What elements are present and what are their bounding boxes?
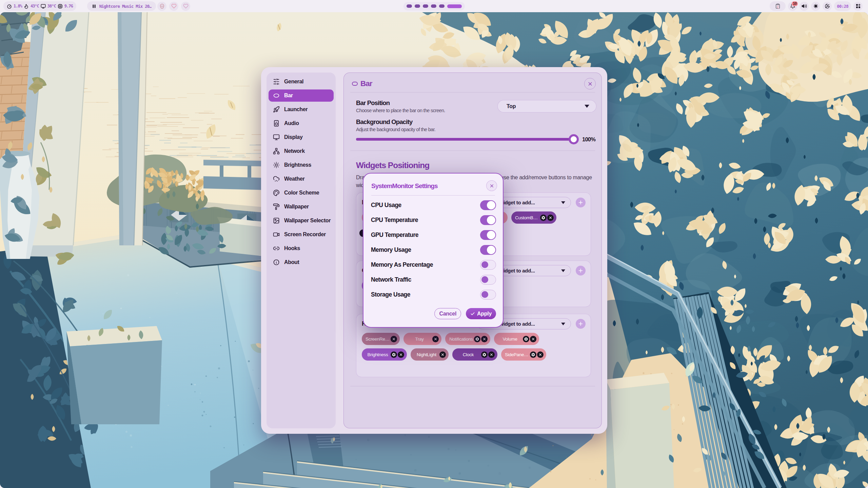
divider: [350, 150, 595, 151]
chip-remove-button[interactable]: [488, 351, 495, 358]
chip-settings-button[interactable]: [474, 336, 480, 342]
close-icon: [392, 337, 396, 341]
chip-remove-button[interactable]: [537, 351, 544, 358]
right-widgets-add-button[interactable]: [576, 319, 586, 329]
sidebar-item-launcher[interactable]: Launcher: [269, 103, 334, 116]
heart-icon: [183, 3, 189, 9]
display-icon: [273, 134, 280, 141]
apps-grid-icon: [855, 3, 861, 9]
panel-title: Bar: [360, 79, 372, 88]
gear-icon: [475, 337, 479, 341]
widget-chip-nightlight[interactable]: NightLight: [411, 348, 449, 361]
cpu-temp-stat: 43°C: [24, 4, 39, 9]
custom-button-heart-1[interactable]: [169, 2, 178, 11]
chip-remove-button[interactable]: [398, 351, 404, 358]
brightness-icon: [273, 162, 280, 168]
toggle-gpu-temperature[interactable]: [480, 230, 496, 240]
dialog-row-cpu-usage: CPU Usage: [371, 200, 496, 210]
chip-remove-button[interactable]: [432, 336, 439, 342]
custom-button-skull[interactable]: [157, 2, 166, 11]
volume-button[interactable]: [800, 2, 809, 11]
media-player-widget[interactable]: Nightcore Music Mix 20…: [87, 1, 156, 11]
chip-remove-button[interactable]: [481, 336, 488, 342]
apply-button[interactable]: Apply: [466, 308, 496, 319]
chip-remove-button[interactable]: [530, 336, 536, 342]
background-opacity-slider[interactable]: [356, 138, 573, 141]
widget-chip-brightness[interactable]: Brightness: [362, 348, 407, 361]
toggle-storage-usage[interactable]: [480, 290, 496, 300]
widget-chip-volume[interactable]: Volume: [494, 333, 539, 345]
sidebar-item-wallpaper-selector[interactable]: Wallpaper Selector: [269, 215, 334, 227]
panel-close-button[interactable]: [584, 78, 596, 89]
chip-settings-button[interactable]: [481, 351, 488, 358]
workspace-pill-2[interactable]: [415, 4, 420, 8]
gpu-temp-value: 38°C: [47, 4, 56, 8]
night-light-button[interactable]: [823, 2, 832, 11]
center-widgets-add-button[interactable]: [576, 266, 586, 276]
widget-chip-notifications[interactable]: Notifications: [445, 333, 490, 345]
system-stats-widget[interactable]: 1.8% 43°C 38°C 9.7G: [3, 1, 76, 11]
chip-remove-button[interactable]: [547, 215, 554, 221]
hooks-icon: [273, 245, 280, 252]
music-title: Nightcore Music Mix 20…: [99, 4, 152, 9]
sidebar-item-hooks[interactable]: Hooks: [269, 242, 334, 255]
chevron-down-icon: [561, 269, 565, 272]
check-icon: [470, 311, 475, 316]
left-widgets-add-button[interactable]: [576, 198, 586, 207]
clipboard-letter: C: [777, 5, 780, 9]
cpu-usage-value: 1.8%: [14, 4, 22, 8]
brightness-button[interactable]: [811, 2, 820, 11]
sidebar-item-brightness[interactable]: Brightness: [269, 159, 334, 171]
chip-settings-button[interactable]: [391, 351, 397, 358]
toggle-cpu-usage[interactable]: [480, 200, 496, 210]
sidebar-item-weather[interactable]: Weather: [269, 173, 334, 185]
sidebar-item-wallpaper[interactable]: Wallpaper: [269, 201, 334, 213]
notifications-button[interactable]: 10: [788, 2, 797, 11]
cancel-button[interactable]: Cancel: [434, 308, 461, 319]
chip-settings-button[interactable]: [540, 215, 547, 221]
workspace-pill-5[interactable]: [439, 4, 445, 8]
workspace-pill-4[interactable]: [431, 4, 436, 8]
background-opacity-description: Adjust the background opacity of the bar…: [356, 127, 435, 132]
custom-button-heart-2[interactable]: [181, 2, 190, 11]
right-widgets-chips-row2: Brightness NightLight Clock SidePanelTog…: [362, 348, 586, 361]
widget-chip-screenrecorder[interactable]: ScreenRecorder: [362, 333, 400, 345]
close-icon: [549, 216, 552, 220]
widget-chip-clock[interactable]: Clock: [452, 348, 497, 361]
widget-chip-tray[interactable]: Tray: [403, 333, 441, 345]
tray-clipboard-item[interactable]: C: [770, 1, 786, 11]
sidebar-item-color-scheme[interactable]: Color Scheme: [269, 187, 334, 199]
toggle-memory-as-percentage[interactable]: [480, 260, 496, 270]
dashboard-button[interactable]: [853, 2, 863, 11]
sidebar-item-display[interactable]: Display: [269, 131, 334, 143]
close-icon: [482, 337, 486, 341]
toggle-network-traffic[interactable]: [480, 275, 496, 285]
bar-position-value: Top: [507, 103, 585, 109]
toggle-memory-usage[interactable]: [480, 245, 496, 255]
sidebar-item-about[interactable]: About: [269, 256, 334, 268]
workspace-pill-1[interactable]: [407, 4, 412, 8]
sidebar-item-bar[interactable]: Bar: [269, 89, 334, 102]
chip-settings-button[interactable]: [523, 336, 529, 342]
sun-dim-icon: [813, 3, 818, 9]
dialog-row-network-traffic: Network Traffic: [371, 274, 496, 285]
toggle-knob: [481, 291, 488, 298]
bar-position-dropdown[interactable]: Top: [497, 100, 596, 113]
chip-remove-button[interactable]: [439, 351, 446, 358]
widget-chip-custombutton[interactable]: CustomButton: [511, 211, 556, 224]
chip-settings-button[interactable]: [530, 351, 536, 358]
sidebar-item-audio[interactable]: Audio: [269, 117, 334, 129]
workspace-pill-active[interactable]: [447, 4, 462, 8]
dialog-close-button[interactable]: [486, 180, 497, 191]
chip-remove-button[interactable]: [391, 336, 397, 342]
slider-thumb[interactable]: [569, 134, 579, 144]
widget-chip-sidepaneltoggle[interactable]: SidePanelToggle: [501, 348, 546, 361]
sidebar-item-screen-recorder[interactable]: Screen Recorder: [269, 228, 334, 241]
sidebar-item-network[interactable]: Network: [269, 145, 334, 157]
workspace-pill-3[interactable]: [423, 4, 428, 8]
sidebar-item-general[interactable]: General: [269, 76, 334, 88]
dialog-title: SystemMonitor Settings: [371, 182, 437, 190]
bar-icon: [273, 92, 280, 99]
toggle-cpu-temperature[interactable]: [480, 215, 496, 225]
clock-widget[interactable]: 00:28: [834, 1, 851, 11]
